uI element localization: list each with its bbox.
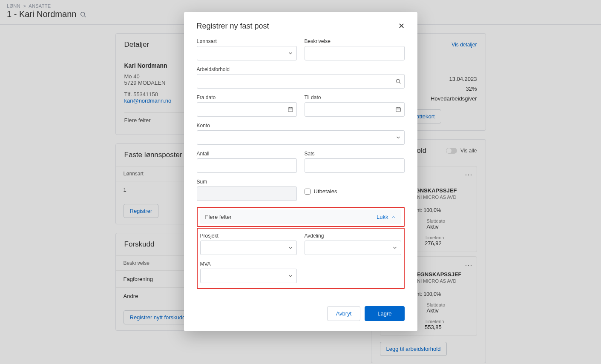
- modal-title: Registrer ny fast post: [197, 22, 269, 31]
- sats-label: Sats: [305, 151, 405, 157]
- avdeling-label: Avdeling: [305, 233, 401, 239]
- fra-dato-input[interactable]: [197, 102, 297, 117]
- flere-felter-toggle[interactable]: Flere felter Lukk: [200, 209, 401, 224]
- antall-input[interactable]: [197, 158, 297, 173]
- konto-label: Konto: [197, 123, 405, 129]
- sats-input[interactable]: [305, 158, 405, 173]
- close-icon[interactable]: ✕: [398, 21, 405, 31]
- lonnsart-label: Lønnsart: [197, 38, 297, 44]
- lukk-label: Lukk: [377, 214, 388, 220]
- arbeidsforhold-label: Arbeidsforhold: [197, 66, 405, 72]
- til-dato-input[interactable]: [305, 102, 405, 117]
- antall-label: Antall: [197, 151, 297, 157]
- utbetales-checkbox[interactable]: [305, 189, 311, 195]
- mva-label: MVA: [200, 261, 297, 267]
- mva-select[interactable]: [200, 269, 297, 283]
- prosjekt-label: Prosjekt: [200, 233, 297, 239]
- avdeling-select[interactable]: [305, 241, 401, 255]
- save-button[interactable]: Lagre: [365, 306, 404, 321]
- chevron-up-icon: [391, 215, 396, 220]
- cancel-button[interactable]: Avbryt: [327, 306, 361, 321]
- prosjekt-select[interactable]: [200, 241, 297, 255]
- beskrivelse-input[interactable]: [305, 46, 405, 60]
- beskrivelse-label: Beskrivelse: [305, 38, 405, 44]
- fra-dato-label: Fra dato: [197, 95, 297, 100]
- til-dato-label: Til dato: [305, 95, 405, 100]
- arbeidsforhold-search[interactable]: [197, 74, 405, 89]
- register-fast-post-modal: Registrer ny fast post ✕ Lønnsart Beskri…: [184, 12, 417, 331]
- lonnsart-select[interactable]: [197, 46, 297, 60]
- konto-select[interactable]: [197, 130, 405, 145]
- sum-label: Sum: [197, 179, 297, 185]
- utbetales-label: Utbetales: [314, 188, 337, 195]
- flere-felter-label: Flere felter: [205, 214, 232, 220]
- sum-input: [197, 186, 297, 201]
